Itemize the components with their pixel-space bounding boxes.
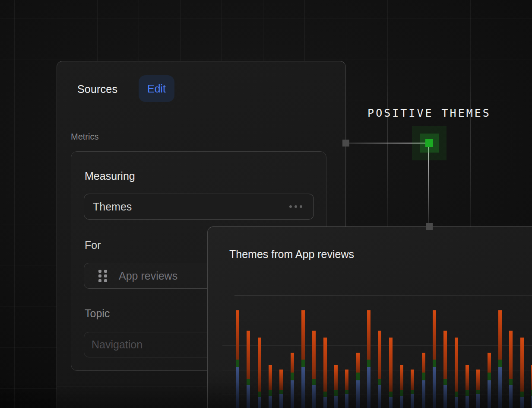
chart-gridline: [222, 345, 532, 346]
bar-segment-orange: [236, 310, 239, 360]
bar-segment-green: [433, 360, 436, 367]
drag-handle-icon[interactable]: [98, 270, 107, 282]
positive-themes-node[interactable]: [412, 126, 446, 160]
ellipsis-icon[interactable]: [289, 205, 302, 208]
canvas: Sources Edit Metrics Measuring Themes Fo…: [0, 0, 532, 408]
bar-segment-green: [236, 360, 239, 367]
chart-panel: Themes from App reviews: [207, 226, 532, 408]
bar-segment-green: [498, 360, 502, 367]
measuring-select[interactable]: Themes: [84, 194, 314, 220]
bar-segment-orange: [498, 310, 502, 360]
bar-segment-orange: [433, 310, 436, 360]
for-field-value: App reviews: [119, 270, 177, 282]
bar-segment-orange: [301, 310, 305, 360]
connector-port-handle[interactable]: [426, 223, 433, 230]
sources-panel-header: Sources Edit: [57, 61, 345, 116]
node-glow: [420, 134, 439, 153]
bar-segment-green: [367, 360, 370, 367]
chart-bottom-fade: [208, 369, 532, 408]
connector-port-handle[interactable]: [342, 140, 349, 147]
for-label: For: [85, 239, 101, 252]
metrics-section-label: Metrics: [71, 132, 98, 142]
bar-segment-green: [301, 360, 305, 367]
sources-panel-title: Sources: [77, 83, 117, 96]
measuring-label: Measuring: [85, 170, 135, 182]
edit-button[interactable]: Edit: [139, 75, 174, 102]
node-core: [425, 139, 433, 147]
chart-gridline: [222, 321, 532, 321]
measuring-select-value: Themes: [93, 201, 132, 213]
header-divider: [57, 116, 345, 116]
topic-label: Topic: [85, 307, 110, 320]
bar-segment-orange: [367, 310, 370, 360]
positive-themes-label: POSITIVE THEMES: [367, 107, 491, 119]
